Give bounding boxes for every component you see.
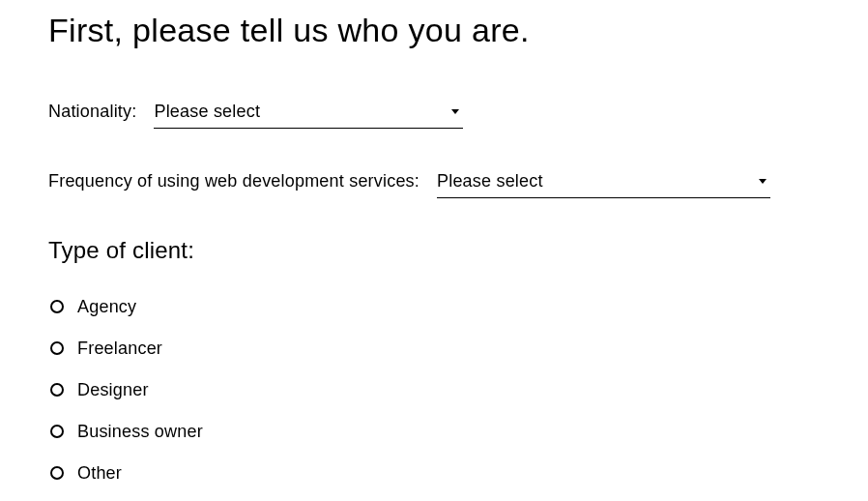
frequency-select[interactable]: Please select — [437, 167, 770, 198]
client-type-heading: Type of client: — [48, 237, 820, 264]
radio-label: Agency — [77, 297, 136, 317]
radio-label: Other — [77, 463, 122, 484]
radio-icon — [50, 466, 64, 480]
radio-icon — [50, 425, 64, 438]
client-type-radio-group: Agency Freelancer Designer Business owne… — [48, 297, 820, 484]
radio-icon — [50, 383, 64, 397]
nationality-select[interactable]: Please select — [154, 98, 463, 129]
chevron-down-icon — [759, 179, 767, 184]
nationality-field: Nationality: Please select — [48, 98, 820, 129]
radio-icon — [50, 300, 64, 313]
nationality-select-value: Please select — [154, 102, 451, 122]
radio-other[interactable]: Other — [50, 463, 820, 484]
frequency-label: Frequency of using web development servi… — [48, 171, 420, 192]
radio-agency[interactable]: Agency — [50, 297, 820, 317]
radio-designer[interactable]: Designer — [50, 380, 820, 400]
radio-label: Designer — [77, 380, 149, 400]
radio-business-owner[interactable]: Business owner — [50, 422, 820, 442]
radio-label: Business owner — [77, 422, 203, 442]
frequency-field: Frequency of using web development servi… — [48, 167, 820, 198]
chevron-down-icon — [451, 109, 459, 114]
page-heading: First, please tell us who you are. — [48, 10, 820, 51]
radio-label: Freelancer — [77, 339, 162, 359]
nationality-label: Nationality: — [48, 102, 136, 122]
radio-icon — [50, 341, 64, 355]
radio-freelancer[interactable]: Freelancer — [50, 339, 820, 359]
frequency-select-value: Please select — [437, 171, 759, 192]
